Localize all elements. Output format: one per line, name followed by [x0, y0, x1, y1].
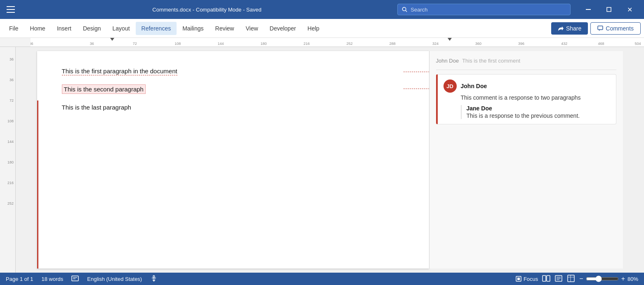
minimize-button[interactable]: [579, 3, 598, 16]
comment-reply[interactable]: Jane Doe This is a response to the previ…: [461, 105, 610, 119]
menu-bar-right: Share Comments: [551, 22, 641, 35]
comment-header: JD John Doe: [443, 79, 610, 93]
svg-point-11: [153, 276, 155, 277]
status-bar-right: Focus − + 80: [515, 275, 638, 283]
comment-body: This comment is a response to two paragr…: [461, 94, 610, 101]
reply-author: Jane Doe: [467, 105, 610, 112]
svg-rect-1: [7, 9, 15, 10]
comments-icon: [597, 26, 603, 31]
svg-rect-2: [7, 12, 15, 13]
document-area[interactable]: This is the first paragraph in the docum…: [16, 47, 644, 273]
focus-button[interactable]: Focus: [515, 276, 538, 282]
zoom-in-icon[interactable]: +: [621, 275, 625, 283]
share-icon: [558, 26, 564, 31]
ruler-body: -36 36 72 108 144 180 216 252 288 324 36…: [31, 38, 644, 47]
focus-icon: [515, 276, 522, 282]
comment-thread[interactable]: JD John Doe This comment is a response t…: [436, 74, 616, 124]
document-page[interactable]: This is the first paragraph in the docum…: [37, 51, 429, 269]
avatar: JD: [443, 79, 457, 93]
search-box[interactable]: [397, 4, 571, 15]
window-title: Comments.docx - Compatibility Mode - Sav…: [21, 7, 393, 13]
ruler-tick: 72: [133, 42, 137, 46]
comments-panel[interactable]: John Doe This is the first comment JD Jo…: [429, 51, 623, 269]
svg-rect-6: [607, 7, 611, 12]
ruler-tick: 396: [518, 42, 524, 46]
share-button[interactable]: Share: [551, 22, 588, 35]
reply-body: This is a response to the previous comme…: [467, 112, 610, 119]
ruler-tick: 108: [175, 42, 181, 46]
view-mode-icon-2[interactable]: [554, 275, 563, 283]
language-status[interactable]: English (United States): [87, 276, 142, 282]
menu-help[interactable]: Help: [302, 22, 325, 35]
comments-button[interactable]: Comments: [590, 22, 641, 35]
comment-preview-author: John Doe: [436, 58, 459, 64]
paragraph-3[interactable]: This is the last paragraph: [62, 104, 404, 111]
word-count: 18 words: [42, 276, 64, 282]
ruler-tick: -36: [31, 42, 33, 46]
horizontal-ruler: -36 36 72 108 144 180 216 252 288 324 36…: [0, 38, 644, 47]
svg-rect-20: [568, 275, 574, 282]
search-input[interactable]: [410, 7, 566, 13]
svg-rect-13: [517, 278, 520, 280]
view-mode-icon-1[interactable]: [542, 275, 550, 283]
window-controls: ✕: [579, 3, 639, 16]
status-bar: Page 1 of 1 18 words English (United Sta…: [0, 273, 644, 285]
svg-point-3: [402, 7, 406, 11]
comment-preview-text: This is the first comment: [462, 58, 520, 64]
paragraph-2[interactable]: This is the second paragraph: [62, 84, 404, 94]
menu-design[interactable]: Design: [77, 22, 107, 35]
ruler-tick: 36: [90, 42, 94, 46]
zoom-slider[interactable]: [586, 276, 619, 282]
ruler-tick: 144: [217, 42, 224, 46]
menu-bar: File Home Insert Design Layout Reference…: [0, 19, 644, 38]
right-margin-marker[interactable]: [448, 38, 452, 41]
zoom-out-icon[interactable]: −: [579, 275, 583, 283]
menu-references[interactable]: References: [136, 22, 177, 35]
ruler-tick: 288: [389, 42, 396, 46]
menu-insert[interactable]: Insert: [51, 22, 77, 35]
ruler-tick: 216: [304, 42, 310, 46]
menu-view[interactable]: View: [240, 22, 264, 35]
main-area: 36 36 72 108 144 180 216 252 This is the…: [0, 47, 644, 273]
restore-button[interactable]: [599, 3, 618, 16]
ruler-tick: 504: [635, 42, 641, 46]
menu-mailings[interactable]: Mailings: [177, 22, 209, 35]
svg-rect-14: [543, 276, 546, 281]
menu-layout[interactable]: Layout: [107, 22, 136, 35]
app-menu-icon[interactable]: [5, 4, 17, 15]
ruler-tick: 432: [561, 42, 567, 46]
comment-author: John Doe: [461, 83, 487, 89]
comment-bar: [37, 100, 38, 269]
ruler-tick: 324: [432, 42, 439, 46]
menu-home[interactable]: Home: [24, 22, 51, 35]
title-bar: Comments.docx - Compatibility Mode - Sav…: [0, 0, 644, 19]
ruler-tick: 468: [598, 42, 604, 46]
left-margin-marker[interactable]: [110, 38, 114, 41]
vertical-ruler: 36 36 72 108 144 180 216 252: [0, 47, 16, 273]
menu-file[interactable]: File: [3, 22, 24, 35]
paragraph-1[interactable]: This is the first paragraph in the docum…: [62, 68, 404, 75]
zoom-level: 80%: [627, 276, 638, 282]
track-changes-icon[interactable]: [71, 275, 79, 283]
ruler-tick: 180: [261, 42, 267, 46]
svg-rect-7: [598, 26, 603, 30]
ruler-tick: 360: [475, 42, 481, 46]
close-button[interactable]: ✕: [620, 3, 639, 16]
view-mode-icon-3[interactable]: [567, 275, 575, 283]
menu-developer[interactable]: Developer: [264, 22, 302, 35]
svg-rect-8: [72, 276, 78, 281]
page-info: Page 1 of 1: [6, 276, 33, 282]
ruler-tick: 252: [347, 42, 353, 46]
svg-rect-0: [7, 6, 15, 7]
search-icon: [402, 7, 407, 12]
menu-review[interactable]: Review: [210, 22, 240, 35]
zoom-control[interactable]: − + 80%: [579, 275, 638, 283]
comment-preview[interactable]: John Doe This is the first comment: [436, 55, 616, 70]
svg-rect-5: [586, 9, 591, 10]
accessibility-icon[interactable]: [150, 275, 158, 283]
svg-rect-15: [547, 276, 550, 281]
svg-line-4: [406, 10, 407, 12]
